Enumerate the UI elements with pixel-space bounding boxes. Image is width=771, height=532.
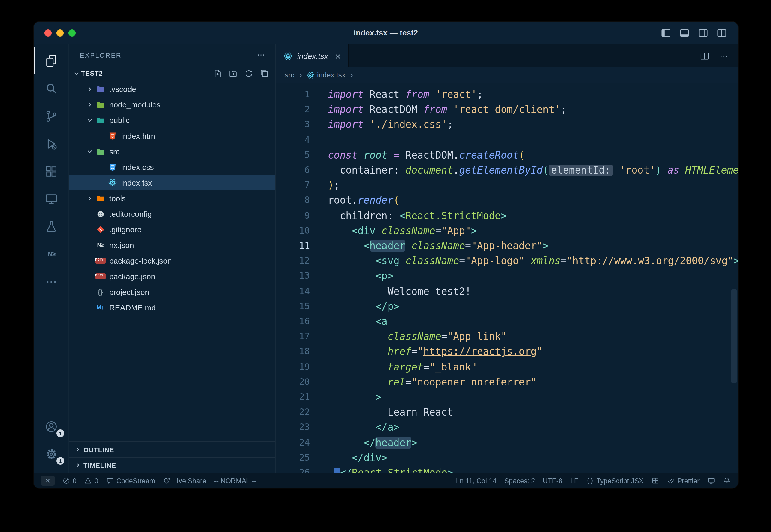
status-vim-mode[interactable]: -- NORMAL --	[214, 477, 256, 484]
outline-panel[interactable]: OUTLINE	[69, 441, 275, 457]
breadcrumb-item-src[interactable]: src	[285, 71, 294, 79]
code-line-2[interactable]: 2import ReactDOM from 'react-dom/client'…	[276, 102, 738, 117]
tree-item-src[interactable]: src	[69, 144, 275, 159]
code-line-6[interactable]: 6 container: document.getElementById(ele…	[276, 163, 738, 178]
activity-item-more[interactable]	[34, 268, 69, 295]
breadcrumb-item-index.tsx[interactable]: index.tsx	[307, 71, 346, 79]
tree-item-index.tsx[interactable]: index.tsx	[69, 175, 275, 190]
timeline-panel[interactable]: TIMELINE	[69, 457, 275, 473]
activity-item-account[interactable]: 1	[34, 413, 69, 440]
code-line-1[interactable]: 1import React from 'react';	[276, 87, 738, 102]
project-section-header[interactable]: TEST2	[69, 65, 275, 81]
activity-item-run-debug[interactable]	[34, 130, 69, 157]
code-line-8[interactable]: 8root.render(	[276, 193, 738, 208]
code-line-18[interactable]: 18 href="https://reactjs.org"	[276, 344, 738, 359]
code-line-17[interactable]: 17 className="App-link"	[276, 329, 738, 344]
code-editor[interactable]: 1import React from 'react';2import React…	[276, 83, 738, 473]
more-icon[interactable]	[719, 51, 729, 61]
status-prettier[interactable]: Prettier	[667, 477, 700, 485]
code-line-25[interactable]: 25 </div>	[276, 450, 738, 465]
status-notifications[interactable]	[723, 477, 731, 485]
close-window-button[interactable]	[44, 29, 52, 36]
tree-item-project.json[interactable]: {}project.json	[69, 284, 275, 300]
tree-item-.editorconfig[interactable]: .editorconfig	[69, 206, 275, 222]
code-line-26[interactable]: 26 </React.StrictMode>	[276, 465, 738, 473]
editor-scrollbar[interactable]	[731, 289, 737, 383]
status-screencast[interactable]	[707, 477, 715, 485]
activity-item-remote-explorer[interactable]	[34, 185, 69, 213]
chevron-down-icon[interactable]	[85, 115, 94, 125]
tree-item-tools[interactable]: tools	[69, 190, 275, 206]
code-line-13[interactable]: 13 <p>	[276, 269, 738, 284]
status-live-share[interactable]: Live Share	[163, 477, 206, 485]
tree-item-nx.json[interactable]: N≥nx.json	[69, 237, 275, 253]
tree-item-.gitignore[interactable]: .gitignore	[69, 222, 275, 237]
explorer-more-icon[interactable]	[256, 50, 265, 59]
activity-item-nx-console[interactable]: N≥	[34, 240, 69, 268]
layout-panel-button[interactable]	[679, 27, 690, 38]
status-eol[interactable]: LF	[570, 477, 578, 484]
new-file-icon[interactable]	[213, 69, 222, 78]
code-line-24[interactable]: 24 </header>	[276, 435, 738, 450]
status-remote-indicator[interactable]	[41, 476, 55, 486]
code-line-12[interactable]: 12 <svg className="App-logo" xmlns="http…	[276, 253, 738, 268]
activity-item-testing[interactable]	[34, 213, 69, 240]
tree-item-public[interactable]: public	[69, 112, 275, 128]
tab-index-tsx[interactable]: index.tsx ×	[276, 44, 349, 67]
layout-sidebar-button[interactable]	[661, 27, 671, 38]
code-line-7[interactable]: 7);	[276, 178, 738, 193]
npm-text-icon: npm	[95, 273, 105, 279]
tree-item-index.css[interactable]: index.css	[69, 159, 275, 175]
code-line-4[interactable]: 4	[276, 132, 738, 147]
activity-item-source-control[interactable]	[34, 102, 69, 130]
tree-item-.vscode[interactable]: .vscode	[69, 81, 275, 97]
status-label: LF	[570, 477, 578, 484]
code-line-20[interactable]: 20 rel="noopener noreferrer"	[276, 375, 738, 390]
tree-item-package.json[interactable]: npmpackage.json	[69, 268, 275, 284]
code-line-10[interactable]: 10 <div className="App">	[276, 223, 738, 238]
status-warnings[interactable]: 0	[84, 477, 98, 485]
status-cursor-position[interactable]: Ln 11, Col 14	[456, 477, 497, 484]
status-errors[interactable]: 0	[62, 477, 77, 485]
new-folder-icon[interactable]	[229, 69, 238, 78]
activity-item-search[interactable]	[34, 74, 69, 102]
zoom-window-button[interactable]	[68, 29, 76, 36]
tree-item-index.html[interactable]: index.html	[69, 128, 275, 144]
code-line-14[interactable]: 14 Welcome test2!	[276, 284, 738, 299]
chevron-right-icon[interactable]	[85, 193, 94, 203]
status-encoding[interactable]: UTF-8	[543, 477, 562, 484]
code-line-15[interactable]: 15 </p>	[276, 299, 738, 314]
collapse-all-icon[interactable]	[260, 69, 269, 78]
minimize-window-button[interactable]	[56, 29, 64, 36]
chevron-right-icon[interactable]	[85, 100, 94, 109]
activity-item-explorer[interactable]	[34, 47, 69, 74]
refresh-icon[interactable]	[244, 69, 253, 78]
tree-item-node_modules[interactable]: node_modules	[69, 97, 275, 112]
code-line-11[interactable]: 11 <header className="App-header">	[276, 238, 738, 253]
code-line-5[interactable]: 5const root = ReactDOM.createRoot(	[276, 148, 738, 163]
code-line-22[interactable]: 22 Learn React	[276, 405, 738, 420]
layout-grid-button[interactable]	[716, 27, 727, 38]
line-content: import React from 'react';	[310, 87, 738, 102]
code-line-16[interactable]: 16 <a	[276, 314, 738, 329]
tree-item-package-lock.json[interactable]: npmpackage-lock.json	[69, 253, 275, 268]
code-line-3[interactable]: 3import './index.css';	[276, 117, 738, 132]
split-editor-icon[interactable]	[700, 51, 710, 61]
status-indentation[interactable]: Spaces: 2	[504, 477, 535, 484]
layout-sidebar-right-button[interactable]	[698, 27, 709, 38]
code-line-23[interactable]: 23 </a>	[276, 420, 738, 435]
activity-item-settings[interactable]: 1	[34, 440, 69, 468]
activity-item-extensions[interactable]	[34, 157, 69, 185]
chevron-right-icon[interactable]	[85, 84, 94, 94]
close-tab-icon[interactable]: ×	[335, 51, 341, 60]
code-line-21[interactable]: 21 >	[276, 390, 738, 405]
code-line-19[interactable]: 19 target="_blank"	[276, 359, 738, 374]
status-codestream[interactable]: CodeStream	[106, 477, 155, 485]
status-layout-indicator[interactable]	[652, 477, 659, 485]
breadcrumb-item-…[interactable]: …	[358, 71, 365, 79]
tree-item-README.md[interactable]: M↓README.md	[69, 300, 275, 315]
code-line-9[interactable]: 9 children: <React.StrictMode>	[276, 208, 738, 223]
status-language-mode[interactable]: {}TypeScript JSX	[586, 477, 644, 485]
chevron-spacer	[85, 303, 94, 312]
chevron-down-icon[interactable]	[85, 147, 94, 156]
